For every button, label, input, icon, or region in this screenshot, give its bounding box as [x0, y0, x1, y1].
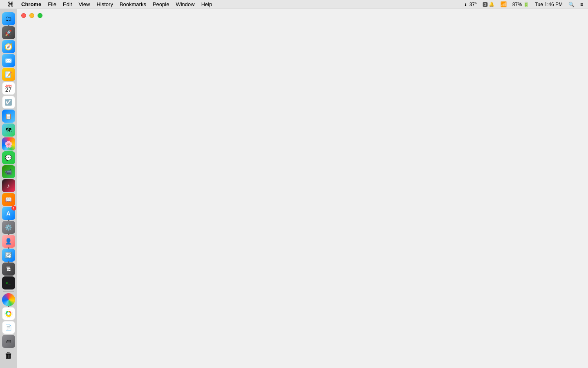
menubar-file[interactable]: File — [45, 0, 60, 9]
dock-icon-drawers[interactable]: 🗃 — [2, 335, 15, 348]
mail-icon: ✉️ — [5, 57, 12, 64]
dock-icon-tasks[interactable]: 📋 — [2, 110, 15, 123]
dock-icon-reminders[interactable]: ☑️ — [2, 96, 15, 109]
dock-separator — [3, 291, 14, 292]
finder-icon: 🗂 — [5, 15, 12, 23]
control-center-button[interactable]: ≡ — [579, 2, 585, 7]
wifi-widget[interactable]: 📶 — [499, 1, 508, 7]
temperature-icon: 🌡 — [463, 2, 468, 7]
battery-widget[interactable]: 87% 🔋 — [511, 2, 531, 7]
dock-icon-trash[interactable]: 🗑 — [2, 349, 15, 362]
notification-count: 0 — [483, 2, 488, 7]
traffic-lights — [21, 13, 42, 18]
dock: 🗂 🚀 🧭 ✉️ 📝 JAN 27 ☑️ 📋 🗺 🌸 💬 📹 — [0, 9, 17, 368]
dock-icon-compressor[interactable]: 🗜 — [2, 263, 15, 276]
wifi-icon: 📶 — [500, 1, 507, 7]
compressor-icon: 🗜 — [6, 266, 11, 272]
tasks-icon: 📋 — [5, 113, 12, 119]
dock-icon-notes[interactable]: 📝 — [2, 68, 15, 81]
safari-icon: 🧭 — [4, 43, 13, 51]
dock-icon-finder[interactable]: 🗂 — [2, 12, 15, 25]
clock-widget[interactable]: Tue 1:46 PM — [533, 2, 564, 7]
facetime-icon: 📹 — [5, 168, 12, 175]
dock-icon-calendar[interactable]: JAN 27 — [2, 82, 15, 95]
music-icon: ♪ — [7, 182, 10, 189]
temperature-value: 37° — [469, 2, 477, 7]
terminal-icon: >_ — [6, 281, 11, 285]
dock-icon-books[interactable]: 📖 — [2, 193, 15, 206]
spotlight-button[interactable]: 🔍 — [567, 2, 576, 7]
maximize-button[interactable] — [38, 13, 42, 18]
spotlight-icon: 🔍 — [568, 2, 575, 7]
dock-icon-messages[interactable]: 💬 — [2, 151, 15, 164]
dock-icon-facetime[interactable]: 📹 — [2, 165, 15, 178]
drawers-icon: 🗃 — [6, 339, 11, 344]
apple-menu[interactable]: ⌘ — [3, 0, 18, 9]
menubar-history[interactable]: History — [93, 0, 116, 9]
temperature-widget[interactable]: 🌡 37° — [462, 2, 478, 7]
launchpad-icon: 🚀 — [5, 29, 12, 36]
close-button[interactable] — [21, 13, 26, 18]
dock-icon-launchpad[interactable]: 🚀 — [2, 26, 15, 39]
trash-icon: 🗑 — [4, 351, 13, 360]
control-center-icon: ≡ — [580, 2, 583, 7]
battery-percent: 87% — [512, 2, 522, 7]
clock-time: Tue 1:46 PM — [535, 2, 563, 7]
dock-icon-terminal[interactable]: >_ — [2, 276, 15, 289]
menubar-view[interactable]: View — [75, 0, 93, 9]
dock-icon-systemprefs[interactable]: ⚙️ — [2, 221, 15, 234]
menubar-right: 🌡 37° 0 🔔 📶 87% 🔋 Tue 1:46 PM 🔍 ≡ — [462, 1, 585, 7]
menubar-left: ⌘ Chrome File Edit View History Bookmark… — [3, 0, 215, 9]
menubar-bookmarks[interactable]: Bookmarks — [116, 0, 149, 9]
chrome-icon — [4, 309, 13, 318]
photos-icon: 🌸 — [4, 140, 13, 148]
migration-icon: 🔄 — [5, 252, 12, 258]
appstore-icon: A — [6, 210, 10, 217]
menubar-window[interactable]: Window — [172, 0, 198, 9]
battery-icon: 🔋 — [523, 2, 529, 7]
calendar-date: 27 — [5, 87, 12, 92]
reminders-icon: ☑️ — [5, 99, 12, 105]
dock-icon-contacts[interactable]: 👤 — [2, 235, 15, 248]
dock-icon-mail[interactable]: ✉️ — [2, 54, 15, 67]
minimize-button[interactable] — [29, 13, 34, 18]
books-icon: 📖 — [5, 196, 12, 203]
dock-icon-photos[interactable]: 🌸 — [2, 137, 15, 150]
menubar-chrome[interactable]: Chrome — [18, 0, 45, 9]
systemprefs-icon: ⚙️ — [5, 224, 12, 231]
dock-icon-maps[interactable]: 🗺 — [2, 123, 15, 137]
dock-icon-migration[interactable]: 🔄 — [2, 249, 15, 262]
contacts-icon: 👤 — [5, 238, 12, 245]
notification-icon: 🔔 — [489, 2, 494, 7]
appstore-badge: 1 — [11, 206, 16, 211]
dock-icon-quicklook[interactable]: 📄 — [2, 321, 15, 334]
dock-icon-privacy[interactable] — [2, 293, 15, 306]
messages-icon: 💬 — [5, 155, 12, 161]
notes-icon: 📝 — [5, 71, 12, 78]
quicklook-icon: 📄 — [5, 324, 12, 331]
dock-icon-music[interactable]: ♪ — [2, 179, 15, 192]
menubar-people[interactable]: People — [149, 0, 172, 9]
menubar-help[interactable]: Help — [198, 0, 216, 9]
svg-point-2 — [7, 312, 10, 315]
chrome-window — [17, 9, 588, 368]
dock-icon-chrome[interactable] — [2, 307, 15, 320]
notifications-widget[interactable]: 0 🔔 — [481, 2, 496, 7]
dock-icon-appstore[interactable]: A 1 — [2, 207, 15, 220]
dock-icon-safari[interactable]: 🧭 — [2, 40, 15, 53]
menubar-edit[interactable]: Edit — [60, 0, 75, 9]
menubar: ⌘ Chrome File Edit View History Bookmark… — [0, 0, 588, 9]
maps-icon: 🗺 — [6, 127, 11, 133]
